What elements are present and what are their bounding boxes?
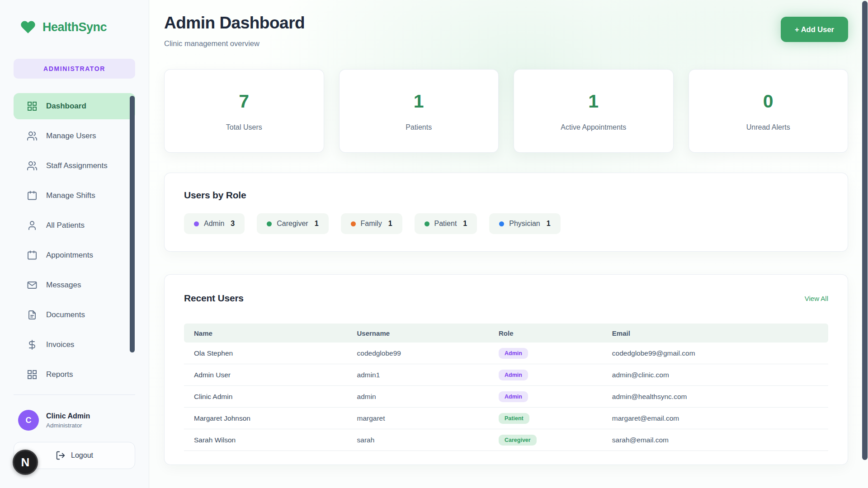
sidebar-nav: Dashboard Manage Users Staff Assignments… — [14, 93, 135, 388]
role-label: Patient — [434, 220, 457, 228]
role-dot — [194, 221, 199, 226]
grid-icon — [27, 369, 38, 380]
stat-value: 1 — [414, 91, 424, 112]
sidebar-item-label: Invoices — [46, 340, 74, 349]
stat-label: Total Users — [226, 123, 262, 131]
sidebar-item-label: Manage Users — [46, 131, 96, 141]
role-label: Family — [361, 220, 382, 228]
mail-icon — [27, 280, 38, 291]
cell-name: Margaret Johnson — [184, 414, 347, 422]
recent-users-panel: Recent Users View All Name Username Role… — [164, 274, 848, 465]
sidebar-item-dashboard[interactable]: Dashboard — [14, 93, 135, 119]
user-profile: C Clinic Admin Administrator — [14, 410, 135, 431]
cell-email: margaret@email.com — [602, 414, 828, 422]
recent-users-table: Name Username Role Email Ola Stephen cod… — [184, 324, 828, 451]
table-row: Admin User admin1 Admin admin@clinic.com — [184, 364, 828, 386]
sidebar-footer: C Clinic Admin Administrator Logout N — [14, 394, 135, 469]
column-header-email: Email — [602, 329, 828, 337]
stat-label: Unread Alerts — [746, 123, 790, 131]
role-count: 3 — [231, 220, 235, 228]
role-dot — [267, 221, 272, 226]
heart-icon — [20, 19, 36, 35]
sidebar-item-documents[interactable]: Documents — [14, 302, 135, 328]
cell-name: Admin User — [184, 371, 347, 379]
sidebar-item-manage-shifts[interactable]: Manage Shifts — [14, 183, 135, 209]
sidebar-item-manage-users[interactable]: Manage Users — [14, 123, 135, 149]
profile-name: Clinic Admin — [46, 412, 90, 420]
role-dot — [425, 221, 429, 226]
cell-name: Sarah Wilson — [184, 436, 347, 444]
role-pills: Admin 3 Caregiver 1 Family 1 Patient 1 P… — [184, 213, 828, 234]
stat-value: 0 — [763, 91, 774, 112]
sidebar-item-label: All Patients — [46, 221, 85, 230]
role-count: 1 — [388, 220, 392, 228]
brand-logo: HealthSync — [14, 19, 135, 35]
sidebar-item-label: Dashboard — [46, 102, 86, 111]
sidebar-item-all-patients[interactable]: All Patients — [14, 212, 135, 239]
sidebar-scrollbar[interactable] — [130, 96, 135, 352]
users-by-role-panel: Users by Role Admin 3 Caregiver 1 Family… — [164, 173, 848, 252]
table-row: Margaret Johnson margaret Patient margar… — [184, 408, 828, 429]
dollar-icon — [27, 339, 38, 350]
page-scrollbar[interactable] — [862, 1, 868, 460]
role-pill-family: Family 1 — [341, 213, 402, 234]
sidebar-item-label: Messages — [46, 281, 81, 290]
role-count: 1 — [463, 220, 467, 228]
stat-value: 1 — [588, 91, 599, 112]
stat-label: Active Appointments — [561, 123, 626, 131]
role-pill-admin: Admin 3 — [184, 213, 245, 234]
cell-name: Clinic Admin — [184, 393, 347, 401]
sidebar-item-staff-assignments[interactable]: Staff Assignments — [14, 153, 135, 179]
avatar: C — [18, 410, 39, 431]
brand-name: HealthSync — [42, 20, 107, 34]
person-icon — [27, 220, 38, 231]
calendar-icon — [27, 190, 38, 201]
profile-role: Administrator — [46, 422, 90, 429]
stat-card-active-appointments: 1 Active Appointments — [514, 69, 674, 153]
administrator-badge: ADMINISTRATOR — [14, 59, 135, 79]
table-row: Clinic Admin admin Admin admin@healthsyn… — [184, 386, 828, 408]
sidebar-item-label: Staff Assignments — [46, 161, 108, 170]
role-badge: Admin — [499, 348, 528, 359]
cell-username: sarah — [347, 436, 489, 444]
sidebar-item-label: Documents — [46, 310, 85, 319]
stat-value: 7 — [239, 91, 249, 112]
sidebar-item-label: Appointments — [46, 251, 93, 260]
cell-email: codedglobe99@gmail.com — [602, 349, 828, 357]
logout-icon — [56, 450, 66, 460]
role-pill-patient: Patient 1 — [415, 213, 477, 234]
cell-username: admin1 — [347, 371, 489, 379]
grid-icon — [27, 101, 38, 112]
sidebar-item-appointments[interactable]: Appointments — [14, 242, 135, 268]
sidebar: HealthSync ADMINISTRATOR Dashboard Manag… — [0, 0, 149, 488]
role-label: Admin — [204, 220, 224, 228]
sidebar-item-messages[interactable]: Messages — [14, 272, 135, 298]
role-dot — [499, 221, 504, 226]
stat-card-patients: 1 Patients — [339, 69, 499, 153]
role-pill-caregiver: Caregiver 1 — [257, 213, 328, 234]
cell-email: admin@healthsync.com — [602, 393, 828, 401]
sidebar-item-invoices[interactable]: Invoices — [14, 332, 135, 358]
page-header: Admin Dashboard Clinic management overvi… — [164, 0, 848, 48]
users-icon — [27, 131, 38, 141]
stat-label: Patients — [406, 123, 432, 131]
sidebar-item-reports[interactable]: Reports — [14, 361, 135, 388]
users-by-role-title: Users by Role — [184, 190, 828, 201]
sidebar-item-label: Manage Shifts — [46, 191, 95, 200]
add-user-button[interactable]: + Add User — [781, 17, 848, 42]
stat-card-unread-alerts: 0 Unread Alerts — [689, 69, 849, 153]
stats-row: 7 Total Users 1 Patients 1 Active Appoin… — [164, 69, 848, 153]
nextjs-dev-badge[interactable]: N — [13, 450, 38, 475]
recent-users-title: Recent Users — [184, 293, 244, 304]
table-row: Ola Stephen codedglobe99 Admin codedglob… — [184, 343, 828, 364]
users-icon — [27, 160, 38, 171]
column-header-name: Name — [184, 329, 347, 337]
page-subtitle: Clinic management overview — [164, 39, 305, 48]
stat-card-total-users: 7 Total Users — [164, 69, 324, 153]
role-badge: Admin — [499, 370, 528, 380]
role-badge: Caregiver — [499, 435, 537, 446]
sidebar-item-label: Reports — [46, 370, 73, 379]
view-all-link[interactable]: View All — [805, 295, 828, 302]
main-content: Admin Dashboard Clinic management overvi… — [149, 0, 868, 488]
role-dot — [351, 221, 356, 226]
